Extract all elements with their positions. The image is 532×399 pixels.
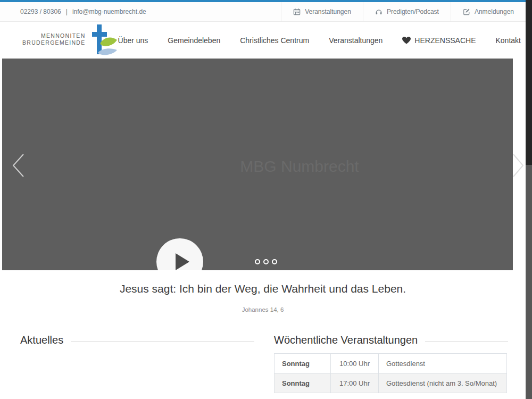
- weekly-events-column: Wöchentliche Veranstaltungen Sonntag 10:…: [274, 334, 508, 393]
- slider-prev-arrow-icon[interactable]: [11, 153, 26, 178]
- weekly-events-table: Sonntag 10:00 Uhr Gottesdienst Sonntag 1…: [274, 353, 507, 393]
- bible-quote: Jesus sagt: Ich bin der Weg, die Wahrhei…: [0, 282, 526, 295]
- edit-icon: [463, 8, 470, 15]
- menu-item-label: Kontakt: [496, 36, 521, 45]
- menu-item-label: Christliches Centrum: [240, 36, 309, 45]
- contact-divider: |: [66, 8, 68, 15]
- page: { "topbar": { "phone": "02293 / 80306", …: [0, 0, 532, 399]
- menu-item-herzenssache[interactable]: HERZENSSACHE: [402, 36, 476, 45]
- logo-text: MENNONITEN BRÜDERGEMEINDE: [22, 32, 86, 47]
- topbar-links: Veranstaltungen Predigten/Podcast Anmeld…: [281, 2, 526, 21]
- weekly-events-header: Wöchentliche Veranstaltungen: [274, 334, 508, 346]
- aktuelles-header: Aktuelles: [20, 334, 254, 346]
- main-menu: Über uns Gemeindeleben Christliches Cent…: [118, 36, 521, 45]
- menu-item-label: HERZENSSACHE: [414, 36, 476, 45]
- slider-dots: [255, 259, 277, 264]
- slider-dot-2[interactable]: [263, 259, 269, 264]
- slider-next-arrow-icon[interactable]: [512, 153, 525, 178]
- table-row: Sonntag 17:00 Uhr Gottesdienst (nicht am…: [275, 373, 507, 393]
- weekly-events-title: Wöchentliche Veranstaltungen: [274, 334, 418, 346]
- menu-item-label: Über uns: [118, 36, 148, 45]
- play-icon: [176, 253, 189, 270]
- event-time: 17:00 Uhr: [331, 373, 379, 393]
- logo-line1: MENNONITEN: [22, 32, 86, 40]
- topbar-link-label: Predigten/Podcast: [387, 8, 439, 15]
- heart-icon: [402, 37, 411, 44]
- topbar-link-label: Veranstaltungen: [305, 8, 351, 15]
- event-time: 10:00 Uhr: [331, 354, 379, 373]
- play-button[interactable]: [156, 238, 203, 270]
- event-day: Sonntag: [275, 354, 331, 373]
- slider-dot-1[interactable]: [255, 259, 260, 264]
- contact-info: 02293 / 80306 | info@mbg-nuembrecht.de: [0, 8, 146, 15]
- phone-number: 02293 / 80306: [20, 8, 61, 15]
- topbar-link-predigten[interactable]: Predigten/Podcast: [363, 2, 451, 21]
- menu-item-veranstaltungen[interactable]: Veranstaltungen: [329, 36, 383, 45]
- aktuelles-divider: [71, 341, 254, 342]
- topbar-link-label: Anmeldungen: [475, 8, 514, 15]
- aktuelles-title: Aktuelles: [20, 334, 63, 346]
- cross-wave-logo-icon: [87, 23, 118, 57]
- menu-item-ueber-uns[interactable]: Über uns: [118, 36, 148, 45]
- bible-quote-reference: Johannes 14, 6: [0, 306, 526, 313]
- scrollbar-track[interactable]: [526, 0, 532, 399]
- event-description: Gottesdienst: [379, 354, 507, 373]
- hero-slider: MBG Numbrecht: [2, 59, 513, 270]
- topbar-link-anmeldungen[interactable]: Anmeldungen: [451, 2, 526, 21]
- main-navbar: MENNONITEN BRÜDERGEMEINDE Über uns Gemei…: [0, 22, 526, 59]
- scrollbar-thumb[interactable]: [526, 0, 532, 165]
- menu-item-label: Gemeindeleben: [168, 36, 220, 45]
- table-row: Sonntag 10:00 Uhr Gottesdienst: [275, 354, 507, 373]
- calendar-icon: [293, 8, 301, 15]
- menu-item-christliches-centrum[interactable]: Christliches Centrum: [240, 36, 309, 45]
- hero-watermark-title: MBG Numbrecht: [240, 157, 359, 176]
- event-description: Gottesdienst (nicht am 3. So/Monat): [379, 373, 507, 393]
- slider-dot-3[interactable]: [272, 259, 277, 264]
- menu-item-label: Veranstaltungen: [329, 36, 383, 45]
- site-logo[interactable]: MENNONITEN BRÜDERGEMEINDE: [22, 23, 118, 57]
- email-link[interactable]: info@mbg-nuembrecht.de: [72, 8, 146, 15]
- topbar-link-veranstaltungen[interactable]: Veranstaltungen: [281, 2, 363, 21]
- menu-item-kontakt[interactable]: Kontakt: [496, 36, 521, 45]
- headphones-icon: [375, 8, 383, 15]
- aktuelles-column: Aktuelles: [20, 334, 254, 346]
- event-day: Sonntag: [275, 373, 331, 393]
- quote-section: Jesus sagt: Ich bin der Weg, die Wahrhei…: [0, 270, 526, 313]
- content-sections: Aktuelles Wöchentliche Veranstaltungen S…: [0, 334, 526, 399]
- topbar: 02293 / 80306 | info@mbg-nuembrecht.de V…: [0, 2, 526, 22]
- menu-item-gemeindeleben[interactable]: Gemeindeleben: [168, 36, 220, 45]
- weekly-events-divider: [425, 341, 508, 342]
- logo-line2: BRÜDERGEMEINDE: [22, 39, 86, 47]
